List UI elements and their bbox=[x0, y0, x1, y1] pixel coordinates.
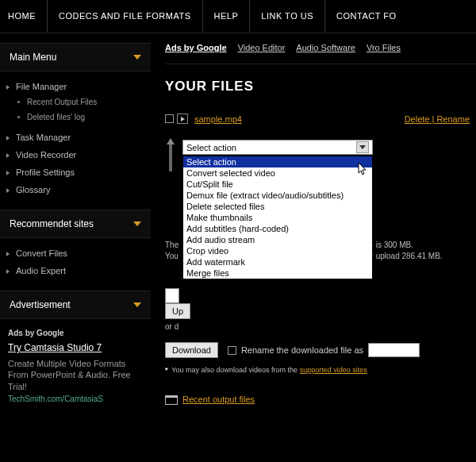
nav-codecs[interactable]: CODECS AND FILE FORMATS bbox=[48, 0, 203, 33]
size-hint-right: d) is 300 MB. or upload 286.41 MB. bbox=[367, 240, 443, 262]
download-button[interactable]: Download bbox=[165, 342, 218, 358]
nav-contact[interactable]: CONTACT FO bbox=[325, 0, 407, 33]
option-add-watermark[interactable]: Add watermark bbox=[183, 256, 372, 268]
nav-home[interactable]: HOME bbox=[0, 0, 48, 33]
page-title: YOUR FILES bbox=[165, 79, 476, 94]
rename-label: Rename the downloaded file as bbox=[241, 345, 363, 355]
file-delete-link[interactable]: Delete bbox=[405, 114, 430, 124]
supported-sites-link[interactable]: supported video sites bbox=[300, 366, 367, 374]
recommended-header[interactable]: Recommendet sites bbox=[0, 210, 151, 238]
main-menu-list: File Manager Recent Output Files Deleted… bbox=[0, 71, 151, 210]
option-crop-video[interactable]: Crop video bbox=[183, 245, 372, 256]
ads-link-audio-software[interactable]: Audio Software bbox=[296, 43, 355, 52]
ads-by-google-link[interactable]: Ads by Google bbox=[165, 43, 227, 52]
rename-input[interactable] bbox=[368, 343, 420, 357]
sidebar-item-task-manager[interactable]: Task Manager bbox=[0, 129, 151, 146]
main-menu-title: Main Menu bbox=[10, 52, 56, 63]
sidebar-item-audio-expert[interactable]: Audio Expert bbox=[0, 262, 151, 279]
nav-help[interactable]: HELP bbox=[203, 0, 251, 33]
file-checkbox[interactable] bbox=[165, 114, 174, 123]
chevron-down-icon[interactable] bbox=[356, 141, 369, 153]
sidebar-item-label: File Manager bbox=[16, 82, 67, 91]
recommended-list: Convert Files Audio Expert bbox=[0, 238, 151, 291]
folder-icon bbox=[165, 395, 178, 405]
file-rename-link[interactable]: Rename bbox=[436, 114, 470, 124]
option-convert-video[interactable]: Convert selected video bbox=[183, 167, 372, 179]
size-hint-left: The You bbox=[165, 240, 178, 262]
sidebar-item-convert-files[interactable]: Convert Files bbox=[0, 244, 151, 262]
option-delete-files[interactable]: Delete selected files bbox=[183, 201, 372, 212]
ads-link-row: Ads by Google Video Editor Audio Softwar… bbox=[165, 43, 476, 64]
ad-url[interactable]: TechSmith.com/CamtasiaS bbox=[8, 395, 143, 403]
option-make-thumbnails[interactable]: Make thumbnails bbox=[183, 212, 372, 223]
ads-link-video-editor[interactable]: Video Editor bbox=[238, 43, 286, 52]
file-name-link[interactable]: sample.mp4 bbox=[194, 114, 242, 124]
action-dropdown: Select action Convert selected video Cut… bbox=[182, 156, 373, 279]
chevron-down-icon bbox=[133, 302, 141, 307]
asterisk-icon: * bbox=[165, 366, 168, 374]
option-demux[interactable]: Demux file (extract video/audio/subtitle… bbox=[183, 190, 372, 201]
arrow-up-icon bbox=[165, 138, 176, 171]
nav-link-to-us[interactable]: LINK TO US bbox=[250, 0, 325, 33]
recent-output-files-link[interactable]: Recent output files bbox=[182, 395, 255, 404]
sidebar-ad: Ads by Google Try Camtasia Studio 7 Crea… bbox=[0, 319, 151, 413]
sidebar: Main Menu File Manager Recent Output Fil… bbox=[0, 33, 151, 413]
submenu: Recent Output Files Deleted files' log bbox=[16, 91, 146, 125]
option-merge-files[interactable]: Merge files bbox=[183, 268, 372, 279]
advertisement-title: Advertisement bbox=[10, 299, 71, 310]
file-row: sample.mp4 Delete | Rename bbox=[165, 114, 476, 124]
option-select-action[interactable]: Select action bbox=[183, 156, 372, 167]
upload-or-hint: or d bbox=[165, 322, 476, 331]
video-hint-text: You may also download videos from the bbox=[171, 366, 299, 374]
sidebar-subitem-recent-output[interactable]: Recent Output Files bbox=[16, 94, 146, 110]
file-actions: Delete | Rename bbox=[405, 114, 470, 124]
rename-checkbox[interactable] bbox=[228, 346, 236, 355]
action-select[interactable]: Select action Select action Convert sele… bbox=[182, 140, 373, 155]
play-icon[interactable] bbox=[177, 114, 188, 124]
upload-button[interactable]: Up bbox=[165, 303, 190, 319]
chevron-down-icon bbox=[133, 55, 141, 60]
option-add-subtitles[interactable]: Add subtitles (hard-coded) bbox=[183, 223, 372, 234]
ad-description: Create Multiple Video Formats From Power… bbox=[8, 358, 143, 394]
recommended-title: Recommendet sites bbox=[10, 218, 94, 229]
sidebar-item-profile-settings[interactable]: Profile Settings bbox=[0, 164, 151, 181]
sidebar-item-video-recorder[interactable]: Video Recorder bbox=[0, 146, 151, 164]
ads-by-google-label: Ads by Google bbox=[8, 329, 143, 337]
top-nav: HOME CODECS AND FILE FORMATS HELP LINK T… bbox=[0, 0, 476, 33]
advertisement-header[interactable]: Advertisement bbox=[0, 291, 151, 319]
ad-title-link[interactable]: Try Camtasia Studio 7 bbox=[8, 342, 143, 355]
sidebar-item-file-manager[interactable]: File Manager Recent Output Files Deleted… bbox=[0, 78, 151, 129]
sidebar-item-glossary[interactable]: Glossary bbox=[0, 181, 151, 198]
option-cut-split[interactable]: Cut/Split file bbox=[183, 179, 372, 190]
ads-link-vro-files[interactable]: Vro Files bbox=[367, 43, 401, 52]
upload-path-input[interactable] bbox=[165, 288, 179, 303]
sidebar-subitem-deleted-log[interactable]: Deleted files' log bbox=[16, 110, 146, 125]
chevron-down-icon bbox=[133, 221, 141, 226]
main-content: Ads by Google Video Editor Audio Softwar… bbox=[151, 33, 476, 404]
option-add-audio[interactable]: Add audio stream bbox=[183, 234, 372, 245]
select-current-value: Select action bbox=[186, 143, 236, 152]
main-menu-header[interactable]: Main Menu bbox=[0, 43, 151, 71]
cursor-icon bbox=[358, 163, 369, 177]
